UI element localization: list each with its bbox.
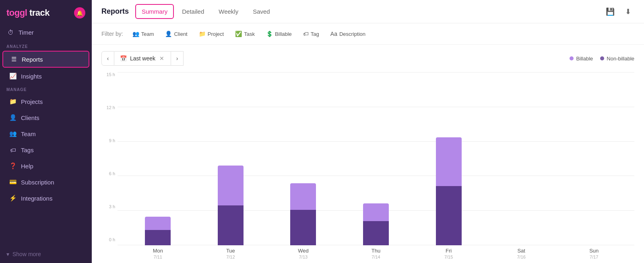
bars-row: 03:1509:0007:0004:4512:10 <box>118 72 634 245</box>
timer-label: Timer <box>19 29 34 36</box>
save-icon[interactable]: 💾 <box>604 5 617 18</box>
x-axis-label: Tue7/12 <box>194 248 267 260</box>
filter-tag[interactable]: 🏷 Tag <box>299 28 324 39</box>
grid-bars: 03:1509:0007:0004:4512:10 <box>118 72 634 245</box>
bar-billable-segment <box>290 183 316 210</box>
bar-billable-segment <box>363 203 389 221</box>
team-icon: 👥 <box>9 130 17 138</box>
x-axis-label: Sun7/17 <box>557 248 630 260</box>
sidebar-item-clients[interactable]: 👤 Clients <box>2 110 89 125</box>
date-next-btn[interactable]: › <box>171 51 184 66</box>
sidebar-item-reports[interactable]: ☰ Reports <box>2 51 89 68</box>
tab-summary[interactable]: Summary <box>135 4 174 19</box>
sidebar-item-subscription[interactable]: 💳 Subscription <box>2 174 89 190</box>
sidebar-item-help[interactable]: ❓ Help <box>2 158 89 174</box>
sidebar-item-integrations[interactable]: ⚡ Integrations <box>2 191 89 206</box>
y-axis-label: 9 h <box>101 138 118 143</box>
bar-group[interactable]: 09:00 <box>194 72 267 245</box>
chart-controls: ‹ 📅 Last week ✕ › Billable Non-billable <box>101 51 634 66</box>
projects-icon: 📁 <box>9 97 17 106</box>
bar-group[interactable] <box>485 72 558 245</box>
reports-label: Reports <box>22 56 43 63</box>
tab-saved[interactable]: Saved <box>246 4 277 19</box>
filter-project[interactable]: 📁 Project <box>194 28 228 39</box>
bar-group[interactable] <box>557 72 630 245</box>
billable-filter-icon: 💲 <box>266 31 273 37</box>
x-axis: Mon7/11Tue7/12Wed7/13Thu7/14Fri7/15Sat7/… <box>118 245 634 260</box>
filter-bar: Filter by: 👥 Team 👤 Client 📁 Project ✅ T… <box>92 23 644 45</box>
tags-label: Tags <box>21 147 34 153</box>
legend-billable-label: Billable <box>576 56 593 62</box>
bar-nonbillable-segment <box>290 210 316 245</box>
help-label: Help <box>21 163 33 170</box>
filter-client-label: Client <box>174 31 187 37</box>
sidebar-item-team[interactable]: 👥 Team <box>2 126 89 141</box>
tags-icon: 🏷 <box>9 146 17 154</box>
task-filter-icon: ✅ <box>235 31 242 37</box>
date-prev-btn[interactable]: ‹ <box>101 51 114 66</box>
filter-project-label: Project <box>208 31 224 37</box>
bar-billable-segment <box>145 217 171 230</box>
filter-tag-label: Tag <box>311 31 319 37</box>
team-label: Team <box>21 130 36 137</box>
filter-billable[interactable]: 💲 Billable <box>262 28 296 39</box>
notification-bell[interactable]: 🔔 <box>74 7 85 19</box>
client-filter-icon: 👤 <box>165 31 172 37</box>
date-display[interactable]: 📅 Last week ✕ <box>114 51 171 66</box>
sidebar-item-timer[interactable]: ⏱ Timer <box>0 25 92 41</box>
filter-team-label: Team <box>141 31 154 37</box>
team-filter-icon: 👥 <box>132 31 139 37</box>
bar-billable-segment <box>218 166 244 205</box>
bar-nonbillable-segment <box>218 205 244 245</box>
y-axis-label: 12 h <box>101 105 118 110</box>
show-more-btn[interactable]: ▾ Show more <box>0 247 92 263</box>
chart-inner: 03:1509:0007:0004:4512:10 Mon7/11Tue7/12… <box>118 72 634 260</box>
filter-by-label: Filter by: <box>101 31 123 37</box>
insights-icon: 📈 <box>9 72 17 80</box>
filter-client[interactable]: 👤 Client <box>161 28 192 39</box>
subscription-icon: 💳 <box>9 178 17 186</box>
bar-group[interactable]: 12:10 <box>412 72 485 245</box>
download-icon[interactable]: ⬇ <box>621 5 634 18</box>
filter-team[interactable]: 👥 Team <box>128 28 159 39</box>
sidebar-bottom: ▾ Show more <box>0 247 92 263</box>
legend-non-billable-label: Non-billable <box>607 56 634 62</box>
manage-section-label: MANAGE <box>0 84 92 93</box>
x-axis-label: Mon7/11 <box>122 248 194 260</box>
x-axis-label: Fri7/15 <box>412 248 485 260</box>
bar-group[interactable]: 07:00 <box>267 72 340 245</box>
bar-chart: 0 h3 h6 h9 h12 h15 h 03:1509:0007:0004:4… <box>101 72 634 260</box>
clients-icon: 👤 <box>9 114 17 122</box>
date-range-label: Last week <box>130 55 155 62</box>
projects-label: Projects <box>21 98 43 105</box>
filter-description[interactable]: Aa Description <box>326 28 370 39</box>
tab-detailed[interactable]: Detailed <box>175 4 211 19</box>
help-icon: ❓ <box>9 162 17 170</box>
tag-filter-icon: 🏷 <box>303 31 309 37</box>
bar-nonbillable-segment <box>145 230 171 246</box>
chart-legend: Billable Non-billable <box>570 56 634 62</box>
legend-non-billable-dot <box>600 56 604 60</box>
timer-icon: ⏱ <box>6 28 14 36</box>
bar-nonbillable-segment <box>363 221 389 246</box>
logo-area: toggl track 🔔 <box>0 0 92 25</box>
legend-non-billable: Non-billable <box>600 56 634 62</box>
date-clear-btn[interactable]: ✕ <box>159 55 165 62</box>
sidebar-item-tags[interactable]: 🏷 Tags <box>2 142 89 157</box>
bar-billable-segment <box>436 137 462 186</box>
logo: toggl track <box>6 8 50 18</box>
bar-group[interactable]: 03:15 <box>122 72 194 245</box>
tab-weekly[interactable]: Weekly <box>212 4 245 19</box>
top-nav: Reports Summary Detailed Weekly Saved 💾 … <box>92 0 644 23</box>
reports-icon: ☰ <box>10 55 18 63</box>
y-axis-label: 3 h <box>101 204 118 209</box>
x-axis-label: Wed7/13 <box>267 248 340 260</box>
insights-label: Insights <box>21 73 42 80</box>
filter-task[interactable]: ✅ Task <box>231 28 259 39</box>
bar-group[interactable]: 04:45 <box>340 72 413 245</box>
description-filter-icon: Aa <box>330 31 337 37</box>
project-filter-icon: 📁 <box>199 31 206 37</box>
sidebar-item-insights[interactable]: 📈 Insights <box>2 68 89 84</box>
sidebar-item-projects[interactable]: 📁 Projects <box>2 94 89 109</box>
y-axis-label: 6 h <box>101 171 118 176</box>
